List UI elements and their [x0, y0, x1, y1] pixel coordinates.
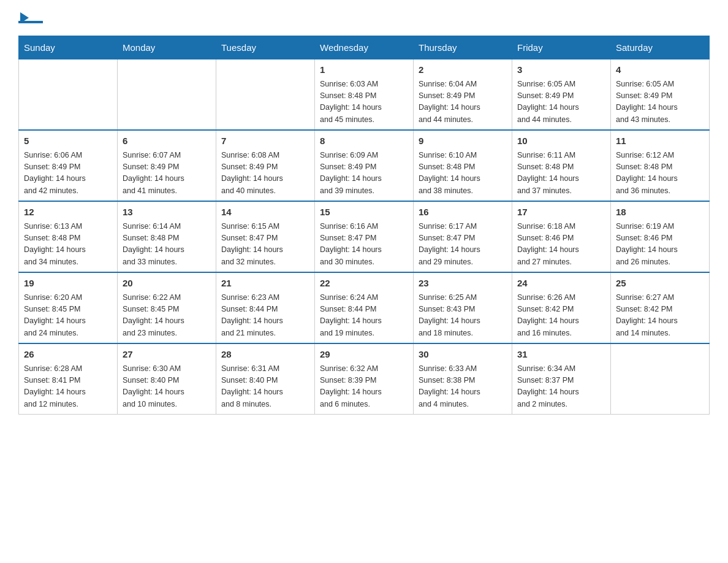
- calendar-cell: 3Sunrise: 6:05 AM Sunset: 8:49 PM Daylig…: [512, 59, 611, 131]
- day-number: 27: [123, 348, 211, 362]
- day-info: Sunrise: 6:32 AM Sunset: 8:39 PM Dayligh…: [320, 363, 408, 411]
- day-info: Sunrise: 6:13 AM Sunset: 8:48 PM Dayligh…: [24, 221, 112, 269]
- day-info: Sunrise: 6:08 AM Sunset: 8:49 PM Dayligh…: [221, 150, 309, 197]
- day-info: Sunrise: 6:27 AM Sunset: 8:42 PM Dayligh…: [616, 292, 704, 340]
- calendar-cell: 24Sunrise: 6:26 AM Sunset: 8:42 PM Dayli…: [512, 272, 611, 343]
- calendar-cell: 27Sunrise: 6:30 AM Sunset: 8:40 PM Dayli…: [118, 343, 216, 415]
- day-number: 1: [320, 63, 408, 77]
- calendar-week-row: 1Sunrise: 6:03 AM Sunset: 8:48 PM Daylig…: [19, 59, 710, 131]
- day-info: Sunrise: 6:25 AM Sunset: 8:43 PM Dayligh…: [419, 292, 507, 340]
- day-number: 2: [419, 63, 507, 77]
- day-number: 21: [221, 277, 309, 291]
- day-number: 11: [616, 134, 704, 148]
- calendar-cell: 20Sunrise: 6:22 AM Sunset: 8:45 PM Dayli…: [118, 272, 216, 343]
- day-info: Sunrise: 6:06 AM Sunset: 8:49 PM Dayligh…: [24, 150, 112, 197]
- day-number: 14: [221, 205, 309, 220]
- day-info: Sunrise: 6:24 AM Sunset: 8:44 PM Dayligh…: [320, 292, 408, 340]
- calendar-cell: 26Sunrise: 6:28 AM Sunset: 8:41 PM Dayli…: [19, 343, 118, 415]
- calendar-cell: 10Sunrise: 6:11 AM Sunset: 8:48 PM Dayli…: [512, 130, 611, 201]
- day-info: Sunrise: 6:33 AM Sunset: 8:38 PM Dayligh…: [419, 363, 507, 411]
- day-number: 15: [320, 205, 408, 220]
- day-number: 19: [24, 277, 112, 291]
- day-info: Sunrise: 6:14 AM Sunset: 8:48 PM Dayligh…: [123, 221, 211, 269]
- calendar-cell: [19, 59, 118, 131]
- calendar-cell: 11Sunrise: 6:12 AM Sunset: 8:48 PM Dayli…: [611, 130, 710, 201]
- calendar-cell: 15Sunrise: 6:16 AM Sunset: 8:47 PM Dayli…: [315, 201, 414, 272]
- calendar-day-header: Tuesday: [216, 36, 315, 59]
- logo: [18, 12, 45, 23]
- calendar-cell: 29Sunrise: 6:32 AM Sunset: 8:39 PM Dayli…: [315, 343, 414, 415]
- day-info: Sunrise: 6:05 AM Sunset: 8:49 PM Dayligh…: [517, 79, 605, 126]
- day-info: Sunrise: 6:15 AM Sunset: 8:47 PM Dayligh…: [221, 221, 309, 269]
- calendar-cell: 16Sunrise: 6:17 AM Sunset: 8:47 PM Dayli…: [414, 201, 512, 272]
- calendar-cell: 18Sunrise: 6:19 AM Sunset: 8:46 PM Dayli…: [611, 201, 710, 272]
- calendar-day-header: Friday: [512, 36, 611, 59]
- calendar-day-header: Monday: [118, 36, 216, 59]
- day-number: 23: [419, 277, 507, 291]
- calendar-day-header: Saturday: [611, 36, 710, 59]
- calendar-table: SundayMondayTuesdayWednesdayThursdayFrid…: [18, 36, 710, 415]
- calendar-cell: [216, 59, 315, 131]
- day-info: Sunrise: 6:22 AM Sunset: 8:45 PM Dayligh…: [123, 292, 211, 340]
- calendar-cell: [118, 59, 216, 131]
- page-header: [18, 12, 710, 23]
- day-number: 17: [517, 205, 605, 220]
- calendar-cell: 19Sunrise: 6:20 AM Sunset: 8:45 PM Dayli…: [19, 272, 118, 343]
- calendar-cell: 28Sunrise: 6:31 AM Sunset: 8:40 PM Dayli…: [216, 343, 315, 415]
- calendar-cell: 7Sunrise: 6:08 AM Sunset: 8:49 PM Daylig…: [216, 130, 315, 201]
- calendar-cell: 22Sunrise: 6:24 AM Sunset: 8:44 PM Dayli…: [315, 272, 414, 343]
- calendar-header-row: SundayMondayTuesdayWednesdayThursdayFrid…: [19, 36, 710, 59]
- calendar-cell: 4Sunrise: 6:05 AM Sunset: 8:49 PM Daylig…: [611, 59, 710, 131]
- day-info: Sunrise: 6:07 AM Sunset: 8:49 PM Dayligh…: [123, 150, 211, 197]
- day-info: Sunrise: 6:03 AM Sunset: 8:48 PM Dayligh…: [320, 79, 408, 126]
- calendar-cell: 1Sunrise: 6:03 AM Sunset: 8:48 PM Daylig…: [315, 59, 414, 131]
- day-info: Sunrise: 6:20 AM Sunset: 8:45 PM Dayligh…: [24, 292, 112, 340]
- day-info: Sunrise: 6:18 AM Sunset: 8:46 PM Dayligh…: [517, 221, 605, 269]
- calendar-day-header: Sunday: [19, 36, 118, 59]
- day-info: Sunrise: 6:12 AM Sunset: 8:48 PM Dayligh…: [616, 150, 704, 197]
- day-number: 16: [419, 205, 507, 220]
- calendar-cell: 2Sunrise: 6:04 AM Sunset: 8:49 PM Daylig…: [414, 59, 512, 131]
- day-info: Sunrise: 6:04 AM Sunset: 8:49 PM Dayligh…: [419, 79, 507, 126]
- calendar-cell: 17Sunrise: 6:18 AM Sunset: 8:46 PM Dayli…: [512, 201, 611, 272]
- day-info: Sunrise: 6:11 AM Sunset: 8:48 PM Dayligh…: [517, 150, 605, 197]
- calendar-week-row: 5Sunrise: 6:06 AM Sunset: 8:49 PM Daylig…: [19, 130, 710, 201]
- day-info: Sunrise: 6:19 AM Sunset: 8:46 PM Dayligh…: [616, 221, 704, 269]
- day-info: Sunrise: 6:26 AM Sunset: 8:42 PM Dayligh…: [517, 292, 605, 340]
- calendar-week-row: 19Sunrise: 6:20 AM Sunset: 8:45 PM Dayli…: [19, 272, 710, 343]
- day-info: Sunrise: 6:16 AM Sunset: 8:47 PM Dayligh…: [320, 221, 408, 269]
- calendar-cell: 31Sunrise: 6:34 AM Sunset: 8:37 PM Dayli…: [512, 343, 611, 415]
- day-info: Sunrise: 6:09 AM Sunset: 8:49 PM Dayligh…: [320, 150, 408, 197]
- calendar-cell: 9Sunrise: 6:10 AM Sunset: 8:48 PM Daylig…: [414, 130, 512, 201]
- calendar-cell: [611, 343, 710, 415]
- calendar-cell: 21Sunrise: 6:23 AM Sunset: 8:44 PM Dayli…: [216, 272, 315, 343]
- day-number: 31: [517, 348, 605, 362]
- day-number: 7: [221, 134, 309, 148]
- day-number: 8: [320, 134, 408, 148]
- calendar-cell: 12Sunrise: 6:13 AM Sunset: 8:48 PM Dayli…: [19, 201, 118, 272]
- day-number: 30: [419, 348, 507, 362]
- day-number: 22: [320, 277, 408, 291]
- day-info: Sunrise: 6:10 AM Sunset: 8:48 PM Dayligh…: [419, 150, 507, 197]
- day-number: 29: [320, 348, 408, 362]
- day-info: Sunrise: 6:23 AM Sunset: 8:44 PM Dayligh…: [221, 292, 309, 340]
- day-info: Sunrise: 6:28 AM Sunset: 8:41 PM Dayligh…: [24, 363, 112, 411]
- day-info: Sunrise: 6:05 AM Sunset: 8:49 PM Dayligh…: [616, 79, 704, 126]
- day-number: 24: [517, 277, 605, 291]
- calendar-week-row: 12Sunrise: 6:13 AM Sunset: 8:48 PM Dayli…: [19, 201, 710, 272]
- day-info: Sunrise: 6:17 AM Sunset: 8:47 PM Dayligh…: [419, 221, 507, 269]
- calendar-cell: 25Sunrise: 6:27 AM Sunset: 8:42 PM Dayli…: [611, 272, 710, 343]
- calendar-cell: 14Sunrise: 6:15 AM Sunset: 8:47 PM Dayli…: [216, 201, 315, 272]
- day-number: 20: [123, 277, 211, 291]
- calendar-cell: 23Sunrise: 6:25 AM Sunset: 8:43 PM Dayli…: [414, 272, 512, 343]
- logo-bar: [18, 21, 43, 23]
- day-number: 12: [24, 205, 112, 220]
- calendar-day-header: Thursday: [414, 36, 512, 59]
- day-info: Sunrise: 6:31 AM Sunset: 8:40 PM Dayligh…: [221, 363, 309, 411]
- calendar-cell: 8Sunrise: 6:09 AM Sunset: 8:49 PM Daylig…: [315, 130, 414, 201]
- day-number: 10: [517, 134, 605, 148]
- day-number: 26: [24, 348, 112, 362]
- calendar-day-header: Wednesday: [315, 36, 414, 59]
- day-number: 5: [24, 134, 112, 148]
- calendar-cell: 30Sunrise: 6:33 AM Sunset: 8:38 PM Dayli…: [414, 343, 512, 415]
